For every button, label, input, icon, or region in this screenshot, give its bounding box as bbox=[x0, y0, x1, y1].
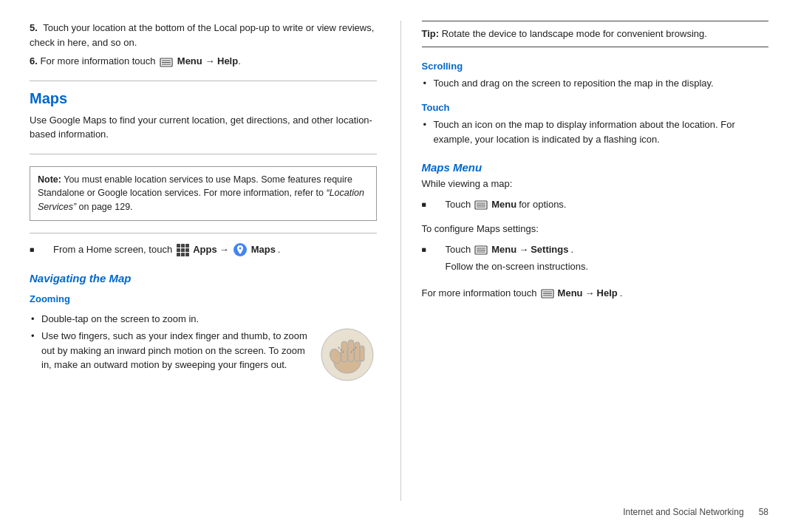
more-info-text: For more information touch Menu → Help. bbox=[422, 286, 769, 301]
tip-label: Tip: bbox=[422, 28, 440, 39]
settings-menu: Menu bbox=[491, 242, 516, 257]
svg-rect-18 bbox=[348, 340, 354, 362]
footer-category: Internet and Social Networking bbox=[623, 507, 743, 517]
svg-rect-5 bbox=[181, 244, 185, 248]
while-viewing: While viewing a map: bbox=[422, 177, 769, 191]
maps-menu-title: Maps Menu bbox=[422, 161, 769, 174]
settings-settings-label: Settings bbox=[531, 242, 568, 257]
settings-follow: Follow the on-screen instructions. bbox=[434, 259, 769, 274]
menu-options-for: for options. bbox=[519, 197, 566, 212]
from-home-item: ■ From a Home screen, touch bbox=[30, 242, 377, 257]
step6-number: 6. bbox=[30, 55, 38, 66]
zoom-bullet-list: Double-tap on the screen to zoom in. Use… bbox=[30, 312, 312, 372]
settings-touch: Touch bbox=[446, 242, 471, 257]
touch-bullet: Touch an icon on the map to display info… bbox=[422, 117, 769, 146]
step5-text: 5. Touch your location at the bottom of … bbox=[30, 21, 377, 50]
more-info-menu: Menu bbox=[558, 286, 583, 301]
settings-list: ■ Touch Menu → Settings. bbox=[422, 242, 769, 277]
note-page: on page 129. bbox=[79, 202, 133, 212]
scrolling-list: Touch and drag on the screen to repositi… bbox=[422, 76, 769, 94]
svg-rect-17 bbox=[341, 341, 347, 362]
svg-rect-9 bbox=[185, 248, 189, 252]
maps-section-title: Maps bbox=[30, 90, 377, 107]
svg-rect-19 bbox=[355, 342, 360, 361]
divider-1 bbox=[30, 81, 377, 81]
footer-page-number: 58 bbox=[759, 507, 768, 517]
more-info-help: Help bbox=[597, 286, 618, 301]
maps-description: Use Google Maps to find your current loc… bbox=[30, 113, 377, 142]
apps-label: Apps bbox=[193, 242, 217, 257]
note-box: Note: You must enable location services … bbox=[30, 166, 377, 221]
scrolling-bullet: Touch and drag on the screen to repositi… bbox=[422, 76, 769, 91]
menu-icon-step6 bbox=[160, 57, 173, 66]
nav-title: Navigating the Map bbox=[30, 272, 377, 284]
menu-icon-settings bbox=[474, 245, 488, 254]
svg-rect-8 bbox=[181, 248, 185, 252]
svg-rect-4 bbox=[177, 244, 180, 248]
maps-label: Maps bbox=[251, 242, 276, 257]
menu-icon-options bbox=[474, 200, 488, 209]
right-column: Tip: Rotate the device to landscape mode… bbox=[400, 21, 769, 501]
menu-icon-moreinfo bbox=[541, 288, 554, 298]
zooming-title: Zooming bbox=[30, 293, 377, 304]
hand-illustration bbox=[318, 325, 377, 384]
settings-item: ■ Touch Menu → Settings. bbox=[422, 242, 769, 274]
tip-box: Tip: Rotate the device to landscape mode… bbox=[422, 21, 769, 47]
zooming-text: Double-tap on the screen to zoom in. Use… bbox=[30, 310, 312, 384]
menu-options-item: ■ Touch Menu for options. bbox=[422, 197, 769, 212]
touch-list: Touch an icon on the map to display info… bbox=[422, 117, 769, 149]
divider-3 bbox=[30, 233, 377, 233]
svg-rect-12 bbox=[185, 253, 189, 256]
step6-text: 6. For more information touch Menu → Hel… bbox=[30, 54, 377, 69]
svg-rect-20 bbox=[360, 346, 364, 361]
menu-options-menu: Menu bbox=[491, 197, 516, 212]
to-configure: To configure Maps settings: bbox=[422, 222, 769, 236]
svg-rect-6 bbox=[185, 244, 189, 248]
scrolling-title: Scrolling bbox=[422, 61, 769, 72]
svg-rect-7 bbox=[177, 248, 180, 252]
svg-point-14 bbox=[239, 247, 241, 249]
tip-text: Rotate the device to landscape mode for … bbox=[442, 28, 707, 39]
apps-grid-icon bbox=[176, 243, 189, 256]
step5-number: 5. bbox=[30, 22, 38, 33]
divider-2 bbox=[30, 154, 377, 154]
note-text: You must enable location services to use… bbox=[38, 174, 352, 199]
from-home-list: ■ From a Home screen, touch bbox=[30, 242, 377, 260]
touch-title: Touch bbox=[422, 102, 769, 113]
zoom-bullet-2: Use two fingers, such as your index fing… bbox=[30, 329, 312, 372]
zoom-bullet-1: Double-tap on the screen to zoom in. bbox=[30, 312, 312, 327]
maps-app-icon bbox=[233, 242, 248, 257]
left-column: 5. Touch your location at the bottom of … bbox=[30, 21, 377, 501]
note-label: Note: bbox=[38, 174, 61, 185]
zooming-section: Double-tap on the screen to zoom in. Use… bbox=[30, 310, 377, 384]
menu-options-list: ■ Touch Menu for options. bbox=[422, 197, 769, 215]
svg-rect-11 bbox=[181, 253, 185, 256]
from-home-text: From a Home screen, touch bbox=[53, 242, 172, 257]
page-footer: Internet and Social Networking 58 bbox=[30, 501, 768, 517]
menu-options-touch: Touch bbox=[446, 197, 471, 212]
svg-rect-10 bbox=[177, 253, 180, 256]
